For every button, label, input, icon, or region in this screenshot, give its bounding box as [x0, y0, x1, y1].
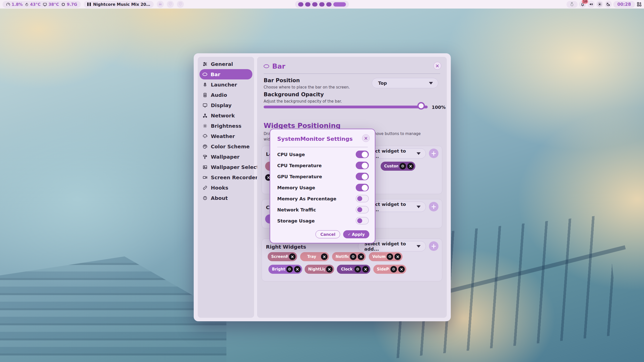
- chevron-down-icon: [417, 206, 421, 208]
- window-close-button[interactable]: [433, 62, 441, 70]
- memory-as-percentage-toggle[interactable]: [356, 195, 369, 202]
- brightness-button[interactable]: [596, 1, 603, 8]
- widget-remove-button[interactable]: [294, 266, 301, 273]
- systray-app-pill[interactable]: [567, 1, 578, 8]
- opacity-slider-track[interactable]: [264, 106, 428, 108]
- info-icon: [203, 196, 208, 201]
- left-add-widget-button[interactable]: [429, 149, 438, 158]
- memory-stat: 9.7G: [61, 2, 77, 7]
- widget-remove-button[interactable]: [394, 253, 401, 260]
- flame-icon: [25, 2, 29, 7]
- palette-icon: [203, 144, 208, 149]
- workspace-dot-1[interactable]: [298, 2, 303, 7]
- center-add-widget-button[interactable]: [429, 202, 438, 211]
- media-player-pill[interactable]: Nightcore Music Mix 20…: [84, 1, 154, 8]
- widget-remove-button[interactable]: [398, 266, 405, 273]
- widgets-positioning-title: Widgets Positioning: [264, 122, 341, 129]
- toggle-row-memory-usage: Memory Usage: [277, 182, 369, 193]
- cpu-usage-toggle[interactable]: [356, 151, 369, 158]
- widget-chip-clock[interactable]: Clock: [337, 265, 370, 274]
- workspace-dot-3[interactable]: [312, 2, 317, 7]
- workspace-dot-4[interactable]: [319, 2, 325, 7]
- widget-remove-button[interactable]: [407, 163, 414, 169]
- sidebar-item-wallpaper-selector[interactable]: Wallpaper Selector: [199, 162, 252, 172]
- widget-settings-button[interactable]: [354, 266, 361, 273]
- systemmonitor-settings-dialog: SystemMonitor Settings CPU Usage CPU Tem…: [270, 129, 375, 243]
- widget-settings-button[interactable]: [387, 253, 393, 260]
- sliders-icon: [203, 62, 208, 67]
- workspace-active-pill[interactable]: [333, 2, 346, 7]
- bar-position-dropdown[interactable]: Top: [372, 78, 438, 88]
- widget-chip-nightlight[interactable]: NightLight: [305, 265, 334, 274]
- sidebar-item-weather[interactable]: Weather: [199, 131, 252, 141]
- sidebar-item-bar[interactable]: Bar: [199, 69, 252, 79]
- widget-settings-button[interactable]: [350, 253, 356, 260]
- background-opacity-description: Adjust the background opacity of the bar…: [264, 99, 342, 104]
- cpu-temperature-toggle[interactable]: [356, 162, 369, 169]
- workspace-dot-2[interactable]: [305, 2, 310, 7]
- sidebar-item-about[interactable]: About: [199, 193, 252, 203]
- gpu-temperature-toggle[interactable]: [356, 173, 369, 180]
- sidebar-item-audio[interactable]: Audio: [199, 90, 252, 100]
- widget-remove-button[interactable]: [326, 266, 333, 273]
- sidebar-item-wallpaper[interactable]: Wallpaper: [199, 152, 252, 162]
- right-add-widget-button[interactable]: [429, 241, 438, 251]
- notification-badge: 10: [582, 0, 588, 4]
- system-stats-pill[interactable]: 1.8% 43°C 38°C 9.7G: [3, 1, 81, 8]
- cpu-usage-stat: 1.8%: [6, 2, 23, 7]
- widget-settings-button[interactable]: [399, 163, 406, 169]
- workspace-dot-5[interactable]: [326, 2, 332, 7]
- sidebar-item-color-scheme[interactable]: Color Scheme: [199, 141, 252, 152]
- chip-icon: [61, 2, 65, 7]
- widget-chip-volume[interactable]: Volume: [369, 252, 403, 261]
- nightlight-button[interactable]: [605, 1, 612, 8]
- widget-chip-tray[interactable]: Tray: [300, 252, 329, 261]
- background-opacity-label: Background Opacity: [264, 92, 324, 98]
- network-traffic-toggle[interactable]: [356, 206, 369, 213]
- widget-remove-button[interactable]: [321, 253, 328, 260]
- sidebar-item-hooks[interactable]: Hooks: [199, 183, 252, 193]
- widget-remove-button[interactable]: [358, 253, 364, 260]
- opacity-slider-knob[interactable]: [417, 102, 425, 110]
- sidebar-item-screen-recorder[interactable]: Screen Recorder: [199, 172, 252, 183]
- widget-chip-sidepanel[interactable]: SidePanelT…: [373, 265, 406, 274]
- rocket-icon: [203, 82, 208, 87]
- dialog-close-button[interactable]: [362, 134, 370, 142]
- gpu-temp-stat: 38°C: [43, 2, 59, 7]
- cpu-temp-stat: 43°C: [25, 2, 41, 7]
- sidebar-item-display[interactable]: Display: [199, 100, 252, 110]
- widget-chip-notifications[interactable]: Notification…: [332, 252, 366, 261]
- toggle-row-memory-as-percentage: Memory As Percentage: [277, 193, 369, 204]
- dashboard-grid-icon[interactable]: [636, 2, 642, 7]
- workspaces-indicator[interactable]: [295, 1, 349, 8]
- widget-remove-button[interactable]: [362, 266, 369, 273]
- widget-chip-screenrecorder[interactable]: ScreenReco…: [268, 252, 297, 261]
- widget-settings-button[interactable]: [390, 266, 397, 273]
- dialog-title: SystemMonitor Settings: [277, 136, 353, 142]
- clock[interactable]: 00:28: [613, 1, 635, 8]
- memory-usage-toggle[interactable]: [356, 184, 369, 191]
- sidebar-item-brightness[interactable]: Brightness: [199, 121, 252, 131]
- moon-slash-icon: [606, 2, 611, 7]
- toggle-row-gpu-temperature: GPU Temperature: [277, 171, 369, 182]
- notifications-button[interactable]: 10: [579, 1, 586, 8]
- heart-tray-icon-2[interactable]: [177, 1, 184, 8]
- sidebar-item-network[interactable]: Network: [199, 110, 252, 121]
- widget-chip-custombutton[interactable]: CustomButt…: [381, 162, 415, 171]
- skull-tray-icon[interactable]: [157, 1, 164, 8]
- toggle-row-storage-usage: Storage Usage: [277, 215, 369, 226]
- chevron-down-icon: [417, 245, 421, 248]
- sidebar-item-launcher[interactable]: Launcher: [199, 79, 252, 90]
- widget-remove-button[interactable]: [289, 253, 296, 260]
- sun-icon: [203, 123, 208, 128]
- storage-usage-toggle[interactable]: [356, 217, 369, 224]
- heart-tray-icon[interactable]: [167, 1, 174, 8]
- apply-button[interactable]: Apply: [343, 230, 369, 238]
- volume-button[interactable]: [588, 1, 595, 8]
- sidebar-item-general[interactable]: General: [199, 59, 252, 69]
- hand-gesture-icon: [570, 2, 575, 7]
- widget-settings-button[interactable]: [286, 266, 293, 273]
- cancel-button[interactable]: Cancel: [315, 230, 340, 238]
- speaker-icon: [589, 2, 593, 7]
- widget-chip-brightness[interactable]: Brightness: [268, 265, 302, 274]
